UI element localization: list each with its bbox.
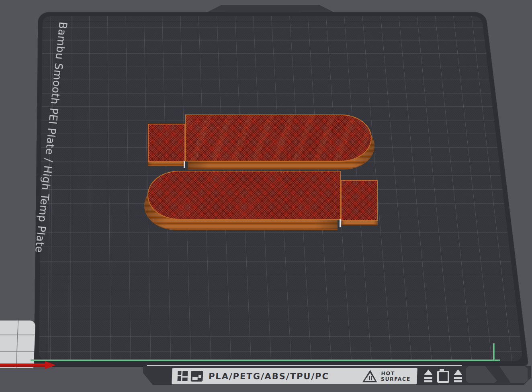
plate-front-edge-highlight bbox=[147, 365, 462, 366]
hot-surface-line1: HOT bbox=[381, 371, 411, 376]
hot-surface-line2: SURFACE bbox=[381, 376, 411, 382]
object1-tab-top bbox=[148, 124, 185, 162]
plate-boundary-line-x bbox=[31, 359, 500, 361]
object2-seam bbox=[340, 219, 341, 227]
lift-arrow-icon-right bbox=[453, 370, 463, 383]
object2-body-top bbox=[147, 171, 341, 220]
bambu-logo-icon bbox=[177, 371, 188, 381]
plate-boundary-line-y bbox=[493, 343, 495, 361]
hot-surface-warning: HOT SURFACE bbox=[362, 370, 411, 382]
object2-tab-top bbox=[341, 180, 378, 221]
lift-arrow-icon-left bbox=[423, 370, 434, 383]
plate-front-edge-line bbox=[52, 366, 145, 367]
x-axis-arrow-shaft bbox=[0, 363, 46, 367]
object1-body-top bbox=[185, 114, 372, 161]
plate-frame-icon bbox=[437, 371, 449, 383]
plate-type-icon bbox=[190, 371, 203, 382]
object1-seam bbox=[184, 161, 185, 168]
materials-bar: PLA/PETG/ABS/TPU/PC HOT SURFACE bbox=[172, 368, 417, 384]
hot-surface-text: HOT SURFACE bbox=[381, 371, 411, 382]
warning-triangle-icon bbox=[362, 370, 378, 382]
viewport-3d[interactable]: Bambu Smooth PEI Plate / High Temp Plate… bbox=[0, 0, 532, 392]
x-axis-arrow-head bbox=[45, 361, 56, 369]
materials-label: PLA/PETG/ABS/TPU/PC bbox=[208, 372, 329, 381]
rim-icons bbox=[423, 368, 463, 384]
